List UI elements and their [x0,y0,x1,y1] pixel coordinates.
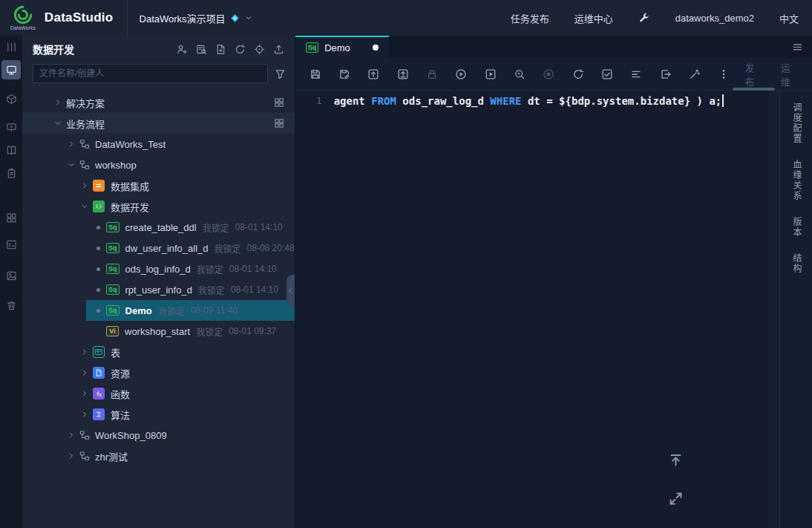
tree-item-node[interactable]: Sq rpt_user_info_d 我锁定 08-01 14:10 [22,279,295,300]
tree-item-business-flows[interactable]: 业务流程 [22,113,295,134]
lock-button[interactable] [424,65,440,83]
submit-button[interactable] [365,65,382,83]
chevron-right-icon[interactable] [80,181,89,190]
export-button[interactable] [658,65,674,83]
advanced-run-button[interactable] [482,65,499,83]
tree-item-functions[interactable]: 函数 [22,383,295,404]
nav-gallery[interactable] [1,266,21,285]
refresh-icon[interactable] [235,44,246,55]
validate-button[interactable] [599,65,615,83]
tree-item-label: 数据集成 [111,179,149,193]
code-editor[interactable]: 1 agent FROM ods_raw_log_d WHERE dt = ${… [295,91,779,528]
account-name[interactable]: dataworks_demo2 [675,13,754,24]
sql-node-badge: Sq [106,264,119,274]
right-side-rail: 调度配置 血缘关系 版本 结构 [779,91,812,528]
save-button[interactable] [307,65,324,83]
chevron-right-icon[interactable] [80,410,89,419]
import-icon[interactable] [273,44,284,55]
tree-item-flow[interactable]: DataWorks_Test [22,134,295,154]
tree-item-data-integration[interactable]: 数据集成 [22,175,295,196]
query-plan-button[interactable] [511,65,528,83]
tab-structure[interactable]: 结构 [791,253,801,274]
panel-collapse-handle[interactable] [287,275,295,306]
language-switch[interactable]: 中文 [779,11,799,25]
save-as-icon [338,68,350,80]
tab-lineage[interactable]: 血缘关系 [791,160,801,201]
tree-item-node[interactable]: Sq create_table_ddl 我锁定 08-01 14:10 [22,217,295,238]
code-folder-icon [93,201,105,212]
tree-item-node[interactable]: Sq dw_user_info_all_d 我锁定 08-08 20:48 [22,238,295,258]
add-member-icon[interactable] [177,44,188,55]
tree-item-solutions[interactable]: 解决方案 [22,92,295,113]
tree-item-flow[interactable]: zhr测试 [22,446,295,466]
nav-datastudio[interactable] [1,60,21,79]
tab-demo[interactable]: Sq Demo [295,36,389,58]
nav-grid[interactable] [1,208,21,227]
sql-node-badge: Sq [106,243,119,253]
tree-item-node[interactable]: Vi workshop_start 我锁定 08-01 09:37 [22,321,295,342]
run-button[interactable] [453,65,469,83]
nav-ops-center[interactable]: 运维中心 [574,11,613,25]
board-view-icon[interactable] [274,97,284,108]
tree-item-tables[interactable]: 表 [22,342,295,362]
format-button[interactable] [628,65,644,83]
commit-unlock-button[interactable] [395,65,411,83]
tree-item-demo-selected[interactable]: Sq Demo 我锁定 08-09 11:40 [22,300,295,321]
save-as-button[interactable] [336,65,353,83]
editor-scrollbar-track[interactable] [770,91,779,528]
chevron-right-icon[interactable] [80,389,89,398]
tree-item-data-development[interactable]: 数据开发 [22,196,295,217]
nav-screen[interactable] [1,117,21,137]
tab-versions[interactable]: 版本 [791,217,801,238]
board-view-icon[interactable] [274,118,284,128]
tree-item-resources[interactable]: 资源 [22,362,295,383]
tree-item-node[interactable]: Sq ods_log_info_d 我锁定 08-01 14:10 [22,258,295,279]
chevron-down-icon[interactable] [80,202,89,211]
sidebar-toggle-button[interactable] [1,37,21,56]
chevron-right-icon[interactable] [80,348,89,356]
chevron-down-icon[interactable] [67,160,76,169]
stop-button[interactable] [540,65,557,83]
lock-owner: 我锁定 [215,242,241,255]
editor-content-row: 1 agent FROM ods_raw_log_d WHERE dt = ${… [295,91,812,528]
filter-button[interactable] [275,68,286,79]
chevron-down-icon[interactable] [53,119,62,128]
ops-button-disabled[interactable]: 运维 [781,60,799,88]
nav-extensions[interactable] [1,89,21,108]
chevron-right-icon[interactable] [67,452,76,460]
fullscreen-button[interactable] [665,488,686,509]
nav-recycle-bin[interactable] [1,296,21,315]
editor-hscrollbar-thumb[interactable] [733,88,775,91]
chevron-right-icon[interactable] [67,431,76,440]
locate-icon[interactable] [254,44,265,55]
publish-button-disabled[interactable]: 发布 [745,60,763,88]
chevron-right-icon[interactable] [53,98,62,107]
search-input[interactable] [33,64,268,83]
steal-lock-button[interactable] [687,65,703,83]
tab-list-menu-button[interactable] [783,36,812,58]
wrench-button[interactable] [638,12,650,24]
tree-item-flow[interactable]: workshop [22,154,295,175]
chevron-right-icon[interactable] [80,368,89,377]
node-status-dot [96,288,100,292]
nav-task-publish[interactable]: 任务发布 [511,11,549,25]
back-to-top-button[interactable] [665,449,686,470]
lock-owner: 我锁定 [158,304,185,317]
project-selector[interactable]: DataWorks演示项目 [140,11,253,25]
catalog-search-icon[interactable] [196,44,207,55]
tab-schedule-config[interactable]: 调度配置 [791,102,801,144]
tree-item-label: zhr测试 [95,449,128,463]
tree-item-flow[interactable]: WorkShop_0809 [22,425,295,446]
nav-snippets[interactable] [1,235,21,254]
tree-item-algorithms[interactable]: 算法 [22,404,295,425]
tree-item-label: 函数 [111,387,130,401]
new-file-icon[interactable] [215,44,226,55]
nav-tasks[interactable] [1,163,21,183]
nav-docs[interactable] [1,140,21,160]
lock-owner: 我锁定 [196,325,223,338]
reload-button[interactable] [570,65,586,83]
more-button[interactable] [716,65,732,83]
stop-icon [543,68,554,80]
chevron-right-icon[interactable] [67,140,76,149]
terminal-icon [6,239,17,250]
